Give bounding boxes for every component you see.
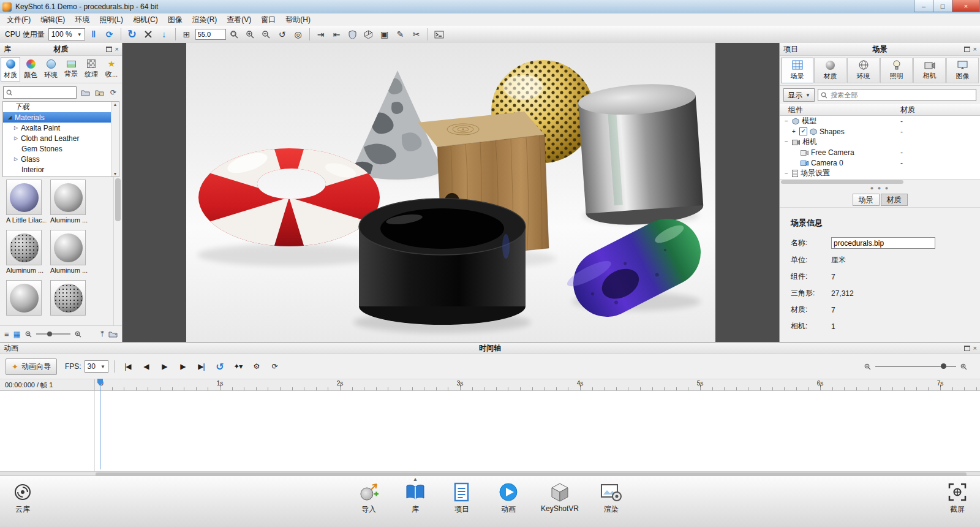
project-tab-scene[interactable]: 场景 [781,58,813,83]
tree-item-shapes[interactable]: + ✔ Shapes - [780,126,980,137]
orbit-camera-button[interactable]: ↺ [275,28,290,41]
titlebar[interactable]: KeyShot 6.1 Demo - procedurals.bip - 64 … [0,0,980,14]
black-cylinder-object[interactable] [359,199,526,325]
play-button[interactable]: ▶ [157,360,172,373]
render-button[interactable]: 渲染 [597,482,625,515]
import-folder-button[interactable] [94,87,105,98]
timeline-zoom-slider[interactable] [875,366,956,367]
perspective-grid-button[interactable]: ⊞ [179,28,194,41]
menu-image[interactable]: 图像 [163,13,187,26]
cut-button[interactable]: ✂ [409,28,424,41]
library-search-box[interactable] [3,86,77,99]
tree-item-cameras[interactable]: − 相机 [780,137,980,147]
library-tab-backplates[interactable]: 背景 [61,57,81,82]
project-search-box[interactable] [818,89,976,101]
pause-render-button[interactable]: ‖ [86,28,101,41]
library-tab-textures[interactable]: 纹理 [81,57,101,82]
menu-view[interactable]: 查看(V) [222,13,256,26]
scroll-up-icon[interactable]: ▲ [113,102,118,107]
tree-item-materials[interactable]: ◢ Materials [3,112,119,123]
tree-item-camera-0[interactable]: Camera 0 - [780,157,980,168]
material-thumbnail[interactable] [6,280,50,328]
minimize-button[interactable]: – [914,0,933,12]
close-button[interactable]: × [952,0,980,12]
menu-file[interactable]: 文件(F) [2,13,36,26]
expander-icon[interactable]: + [791,128,797,135]
refresh-preview-button[interactable]: ⟳ [267,360,282,373]
expander-icon[interactable]: ▷ [13,135,19,141]
thumbnail-size-slider[interactable] [36,333,70,335]
subtab-material[interactable]: 材质 [881,194,908,206]
subtab-scene[interactable]: 场景 [853,194,880,206]
project-tab-lighting[interactable]: 照明 [880,58,913,83]
tree-item-model[interactable]: − 模型 - [780,116,980,126]
shapes-checkbox[interactable]: ✔ [799,127,807,135]
add-folder-button[interactable] [80,87,91,98]
update-render-button[interactable]: ⟳ [102,28,117,41]
timeline-tracks-area[interactable] [0,391,980,471]
library-tab-materials[interactable]: 材质 [1,57,20,82]
zoom-in-icon[interactable] [960,363,967,370]
library-tab-colors[interactable]: 颜色 [21,57,40,82]
project-search-input[interactable] [829,91,973,99]
project-tab-environment[interactable]: 环境 [847,58,880,83]
expander-icon[interactable]: − [783,118,790,124]
library-button[interactable]: ▲ 库 [401,482,429,515]
panel-splitter-handle[interactable]: ● ● ● [780,185,980,192]
reset-view-button[interactable]: ↻ [125,28,140,41]
zoom-out-icon[interactable] [864,363,871,370]
expander-icon[interactable]: ▷ [13,125,19,131]
four-way-move-button[interactable] [141,28,156,41]
zoom-out-icon[interactable] [25,331,32,338]
look-at-button[interactable]: ◎ [291,28,306,41]
keyshotvr-button[interactable]: KeyShotVR [541,482,579,515]
upload-material-button[interactable]: ⤒ [100,329,104,339]
refresh-library-button[interactable]: ⟳ [108,87,119,98]
annotate-button[interactable]: ✎ [393,28,408,41]
menu-camera[interactable]: 相机(C) [128,13,163,26]
geometry-cube-button[interactable] [361,28,376,41]
tree-item-downloads[interactable]: 下载 [3,102,119,112]
screenshot-button[interactable]: 截屏 [943,482,971,515]
image-frame-button[interactable]: ▣ [377,28,392,41]
project-tab-image[interactable]: 图像 [946,58,979,83]
step-forward-button[interactable]: ▶ [175,360,190,373]
scripting-console-button[interactable] [432,28,447,41]
export-button[interactable]: ⇥ [314,28,328,41]
menu-edit[interactable]: 编辑(E) [36,13,70,26]
menu-help[interactable]: 帮助(H) [281,13,315,26]
grid-view-button[interactable]: ▦ [13,330,21,339]
tree-item-glass[interactable]: ▷ Glass [3,154,119,164]
display-filter-button[interactable]: 显示 ▼ [783,88,815,102]
time-ruler[interactable]: 0 1s 2s 3s 4s 5s 6s 7s [95,379,980,390]
expander-icon[interactable]: ▷ [13,156,19,162]
material-thumbnail[interactable]: Aluminum ... [50,180,94,230]
cloud-library-button[interactable]: 云库 [9,482,37,515]
steel-cylinder-object[interactable] [577,81,704,229]
list-view-button[interactable]: ≡ [4,330,9,339]
close-panel-icon[interactable]: × [115,46,119,53]
slider-knob[interactable] [941,363,946,369]
material-thumbnail[interactable]: Aluminum ... [50,230,94,280]
filter-keyframes-button[interactable]: ✦▾ [230,360,246,373]
material-thumbnail[interactable]: Aluminum ... [6,230,50,280]
focal-length-input[interactable] [195,29,226,40]
import-geometry-button[interactable]: ⇤ [330,28,344,41]
go-to-start-button[interactable]: |◀ [120,360,135,373]
material-thumbnail[interactable] [50,280,94,328]
scroll-down-icon[interactable]: ▼ [113,172,118,176]
scene-tree-scrollbar[interactable] [780,179,980,185]
thumbnail-scrollbar[interactable] [113,177,122,328]
project-button[interactable]: 项目 [448,482,476,515]
maximize-button[interactable]: □ [933,0,952,12]
tree-item-interior[interactable]: Interior [3,164,119,175]
close-panel-icon[interactable]: × [973,46,977,53]
scene-name-input[interactable] [831,237,935,249]
cpu-usage-dropdown[interactable]: 100 %▼ [48,28,85,40]
library-search-input[interactable] [14,88,74,97]
timeline-settings-button[interactable]: ⚙ [249,360,264,373]
step-back-button[interactable]: ◀ [138,360,154,373]
close-panel-icon[interactable]: × [973,345,977,352]
menu-window[interactable]: 窗口 [256,13,281,26]
tree-item-cloth-leather[interactable]: ▷ Cloth and Leather [3,133,119,143]
